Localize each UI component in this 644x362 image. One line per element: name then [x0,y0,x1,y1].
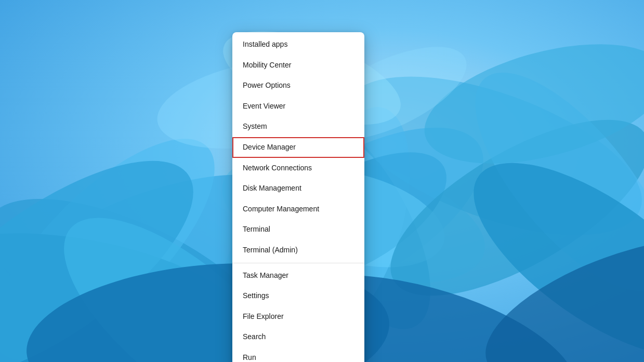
menu-item-run[interactable]: Run [232,347,364,362]
menu-item-disk-management[interactable]: Disk Management [232,178,364,199]
menu-item-terminal-admin[interactable]: Terminal (Admin) [232,240,364,261]
menu-item-system[interactable]: System [232,116,364,137]
menu-item-task-manager[interactable]: Task Manager [232,265,364,286]
menu-item-settings[interactable]: Settings [232,286,364,306]
context-menu: Installed appsMobility CenterPower Optio… [232,32,364,362]
menu-item-search[interactable]: Search [232,327,364,347]
menu-item-network-connections[interactable]: Network Connections [232,158,364,179]
menu-item-power-options[interactable]: Power Options [232,75,364,96]
context-menu-overlay: Installed appsMobility CenterPower Optio… [0,0,644,362]
menu-item-file-explorer[interactable]: File Explorer [232,306,364,327]
menu-item-event-viewer[interactable]: Event Viewer [232,96,364,117]
menu-item-device-manager[interactable]: Device Manager [232,137,364,158]
menu-divider-terminal-admin [232,263,364,263]
menu-item-installed-apps[interactable]: Installed apps [232,34,364,55]
menu-item-mobility-center[interactable]: Mobility Center [232,55,364,76]
menu-item-computer-management[interactable]: Computer Management [232,199,364,220]
menu-item-terminal[interactable]: Terminal [232,219,364,240]
